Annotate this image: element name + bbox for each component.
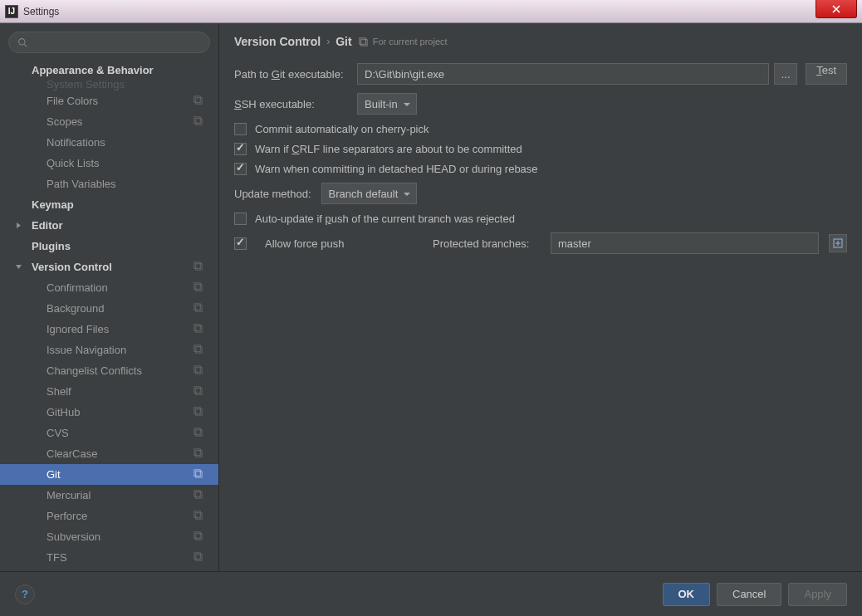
help-button[interactable]: ?: [15, 584, 35, 604]
svg-rect-37: [360, 39, 366, 45]
copyable-icon: [193, 489, 203, 502]
sidebar-label: Ignored Files: [47, 323, 109, 335]
git-path-input[interactable]: [357, 63, 769, 85]
sidebar-label: ClearCase: [47, 447, 97, 460]
sidebar-item-scopes[interactable]: Scopes: [0, 111, 218, 132]
sidebar-cat-plugins[interactable]: Plugins: [0, 236, 218, 257]
svg-rect-36: [360, 37, 365, 43]
expand-list-button[interactable]: [829, 234, 847, 252]
ok-button[interactable]: OK: [663, 583, 711, 606]
sidebar-item-vc-cvs[interactable]: CVS: [0, 423, 218, 443]
browse-button[interactable]: ...: [774, 63, 797, 85]
sidebar-cat-editor[interactable]: Editor: [0, 215, 218, 236]
update-select[interactable]: Branch default: [321, 183, 418, 204]
sidebar-item-filecolors[interactable]: File Colors: [0, 90, 218, 111]
app-icon: IJ: [5, 5, 18, 18]
sidebar-label: Git: [47, 468, 61, 481]
sidebar-item-vc-clearcase[interactable]: ClearCase: [0, 443, 218, 464]
sidebar-item-vc-issue-navigation[interactable]: Issue Navigation: [0, 340, 218, 360]
sidebar-label: Changelist Conflicts: [47, 364, 142, 377]
sidebar-cat-vc[interactable]: Version Control: [0, 257, 218, 277]
svg-rect-4: [194, 116, 200, 122]
sidebar-cat-appearance[interactable]: Appearance & Behavior: [0, 60, 218, 81]
window-title: Settings: [23, 6, 59, 17]
checkbox-forcepush[interactable]: [234, 237, 247, 250]
svg-rect-12: [194, 324, 200, 330]
ssh-select[interactable]: Built-in: [357, 93, 417, 115]
copyable-icon: [193, 261, 203, 274]
row-git-path: Path to Git executable: ... Test: [234, 63, 847, 85]
search-icon: [17, 37, 28, 48]
sidebar-item-vc-git[interactable]: Git: [0, 464, 218, 485]
svg-rect-11: [196, 305, 202, 310]
svg-rect-17: [196, 367, 202, 373]
svg-rect-23: [196, 429, 202, 435]
svg-rect-13: [196, 325, 202, 331]
apply-button[interactable]: Apply: [788, 583, 847, 606]
row-forcepush: Allow force push Protected branches:: [234, 232, 847, 254]
sidebar-item-vc-changelist-conflicts[interactable]: Changelist Conflicts: [0, 360, 218, 381]
sidebar-item-vc-background[interactable]: Background: [0, 298, 218, 319]
checkbox-autoupdate[interactable]: [234, 213, 247, 225]
protected-branches-input[interactable]: [551, 232, 819, 254]
sidebar-item-vc-subversion[interactable]: Subversion: [0, 526, 218, 547]
cancel-button[interactable]: Cancel: [717, 583, 781, 606]
sidebar-item-vc-ignored-files[interactable]: Ignored Files: [0, 319, 218, 340]
copyable-icon: [193, 95, 203, 108]
sidebar-label: Notifications: [47, 136, 105, 149]
svg-rect-14: [194, 345, 200, 350]
copyable-icon: [193, 510, 203, 523]
svg-rect-25: [196, 450, 202, 456]
svg-rect-20: [194, 407, 200, 413]
row-cherrypick: Commit automatically on cherry-pick: [234, 123, 847, 135]
sidebar-list: Appearance & Behavior System Settings Fi…: [0, 60, 218, 566]
sidebar-item-truncated[interactable]: System Settings: [0, 79, 218, 90]
titlebar: IJ Settings: [0, 0, 862, 23]
checkbox-cherrypick[interactable]: [234, 123, 247, 135]
sidebar-label: TFS: [47, 551, 67, 564]
svg-rect-30: [194, 511, 200, 516]
copyable-icon: [193, 364, 203, 378]
scope-label: For current project: [358, 37, 448, 47]
checkbox-label: Warn when committing in detached HEAD or…: [255, 163, 538, 175]
sidebar-item-pathvars[interactable]: Path Variables: [0, 174, 218, 194]
sidebar-item-vc-mercurial[interactable]: Mercurial: [0, 485, 218, 506]
protected-branches-label: Protected branches:: [433, 237, 541, 250]
svg-rect-24: [194, 448, 200, 454]
sidebar-item-vc-shelf[interactable]: Shelf: [0, 381, 218, 402]
sidebar-item-quicklists[interactable]: Quick Lists: [0, 153, 218, 174]
svg-rect-27: [196, 471, 202, 477]
search-input[interactable]: [8, 32, 210, 53]
svg-rect-26: [194, 469, 200, 475]
svg-rect-8: [194, 282, 200, 288]
sidebar-label: Path Variables: [47, 178, 116, 190]
sidebar-item-notifications[interactable]: Notifications: [0, 132, 218, 153]
sidebar-label: Appearance & Behavior: [32, 64, 154, 76]
row-detached: Warn when committing in detached HEAD or…: [234, 163, 847, 175]
sidebar-label: Mercurial: [47, 489, 91, 501]
sidebar-item-vc-github[interactable]: GitHub: [0, 402, 218, 423]
svg-rect-15: [196, 346, 202, 352]
sidebar-item-vc-confirmation[interactable]: Confirmation: [0, 277, 218, 298]
close-button[interactable]: [815, 0, 857, 18]
svg-rect-16: [194, 365, 200, 371]
copyable-icon: [193, 447, 203, 461]
checkbox-label: Auto-update if push of the current branc…: [255, 213, 515, 225]
copyable-icon: [193, 115, 203, 129]
test-button[interactable]: Test: [806, 63, 847, 85]
svg-rect-32: [194, 531, 200, 537]
checkbox-detached[interactable]: [234, 163, 247, 175]
copyable-icon: [193, 530, 203, 544]
svg-rect-19: [196, 388, 202, 394]
sidebar-cat-keymap[interactable]: Keymap: [0, 194, 218, 215]
sidebar: Appearance & Behavior System Settings Fi…: [0, 23, 219, 571]
checkbox-crlf[interactable]: [234, 143, 247, 155]
svg-rect-18: [194, 386, 200, 392]
sidebar-item-vc-perforce[interactable]: Perforce: [0, 506, 218, 526]
sidebar-item-vc-tfs[interactable]: TFS: [0, 547, 218, 566]
row-autoupdate: Auto-update if push of the current branc…: [234, 213, 847, 225]
svg-rect-10: [194, 303, 200, 309]
row-update: Update method: Branch default: [234, 183, 847, 204]
copyable-icon: [193, 406, 203, 419]
sidebar-label: Keymap: [32, 198, 74, 211]
